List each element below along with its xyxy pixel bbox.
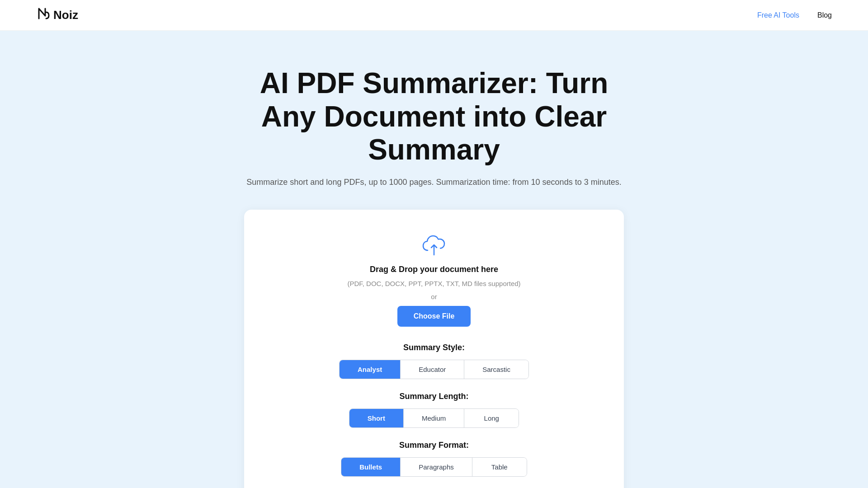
length-medium-button[interactable]: Medium <box>404 409 464 427</box>
length-long-button[interactable]: Long <box>464 409 519 427</box>
style-educator-button[interactable]: Educator <box>401 360 464 379</box>
format-table-button[interactable]: Table <box>472 458 527 476</box>
upload-icon <box>420 232 448 259</box>
or-divider: or <box>431 293 437 300</box>
choose-file-button[interactable]: Choose File <box>397 306 471 327</box>
nav-link-free-ai-tools[interactable]: Free AI Tools <box>757 11 799 19</box>
style-sarcastic-button[interactable]: Sarcastic <box>464 360 528 379</box>
logo-icon <box>36 6 52 24</box>
length-short-button[interactable]: Short <box>349 409 404 427</box>
nav: Free AI Tools Blog <box>757 11 832 19</box>
format-paragraphs-button[interactable]: Paragraphs <box>401 458 472 476</box>
summary-format-label: Summary Format: <box>271 441 597 450</box>
logo[interactable]: Noiz <box>36 6 78 24</box>
summary-format-section: Summary Format: Bullets Paragraphs Table <box>271 441 597 477</box>
drag-drop-subtitle: (PDF, DOC, DOCX, PPT, PPTX, TXT, MD file… <box>347 280 520 287</box>
format-bullets-button[interactable]: Bullets <box>341 458 401 476</box>
logo-text: Noiz <box>53 8 78 22</box>
drag-drop-title: Drag & Drop your document here <box>370 265 498 274</box>
nav-link-blog[interactable]: Blog <box>817 11 832 19</box>
summary-length-label: Summary Length: <box>271 392 597 401</box>
summary-style-section: Summary Style: Analyst Educator Sarcasti… <box>271 343 597 379</box>
upload-area: Drag & Drop your document here (PDF, DOC… <box>271 232 597 327</box>
summary-style-toggle-group: Analyst Educator Sarcastic <box>339 360 529 379</box>
style-analyst-button[interactable]: Analyst <box>340 360 401 379</box>
summary-length-section: Summary Length: Short Medium Long <box>271 392 597 428</box>
hero-title: AI PDF Summarizer: Turn Any Document int… <box>231 67 637 167</box>
summary-style-label: Summary Style: <box>271 343 597 352</box>
upload-card: Drag & Drop your document here (PDF, DOC… <box>244 210 624 488</box>
summary-format-toggle-group: Bullets Paragraphs Table <box>341 457 527 477</box>
header: Noiz Free AI Tools Blog <box>0 0 868 31</box>
summary-length-toggle-group: Short Medium Long <box>349 408 519 428</box>
hero-subtitle: Summarize short and long PDFs, up to 100… <box>18 178 850 187</box>
hero-section: AI PDF Summarizer: Turn Any Document int… <box>0 31 868 488</box>
